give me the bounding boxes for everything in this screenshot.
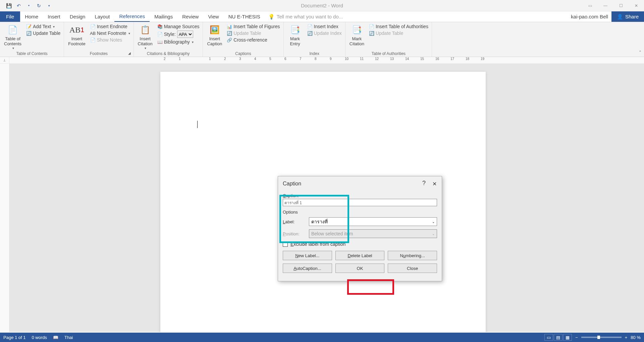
citation-style-row: 📄Style: APA — [156, 30, 201, 38]
share-button[interactable]: 👤 Share — [611, 11, 644, 22]
read-mode-icon[interactable]: ▭ — [544, 334, 553, 341]
zoom-slider[interactable] — [581, 337, 622, 338]
caption-field-label: Caption: — [283, 193, 437, 198]
undo-dropdown-icon[interactable]: ▾ — [25, 2, 33, 9]
ruler-corner[interactable]: ⊥ — [0, 57, 9, 63]
bibliography-button[interactable]: 📖Bibliography▾ — [156, 39, 201, 45]
caption-input[interactable] — [283, 199, 437, 206]
account-name[interactable]: kai-pao.com Bell — [571, 11, 611, 22]
dialog-help-icon[interactable]: ? — [422, 180, 426, 187]
spellcheck-icon[interactable]: 📖 — [53, 335, 58, 340]
update-toc-button[interactable]: 🔄Update Table — [25, 30, 62, 36]
cross-reference-button[interactable]: 🔗Cross-reference — [225, 37, 281, 43]
table-of-contents-button[interactable]: 📄 Table of Contents ▾ — [2, 23, 23, 51]
chevron-down-icon: ▾ — [192, 40, 194, 44]
show-notes-button[interactable]: 📄Show Notes — [89, 37, 131, 43]
insert-citation-button[interactable]: 📋 Insert Citation ▾ — [136, 23, 155, 51]
save-icon[interactable]: 💾 — [5, 2, 12, 9]
horizontal-ruler[interactable]: 2112345678910111213141516171819 — [9, 57, 644, 63]
title-bar: 💾 ↶ ▾ ↻ ▾ Document2 - Word ▭ — ☐ ✕ — [0, 0, 644, 11]
tab-design[interactable]: Design — [65, 11, 90, 22]
update-toa-button[interactable]: 🔄Update Table — [368, 30, 430, 36]
group-table-of-authorities: 📑 Mark Citation 📄Insert Table of Authori… — [345, 22, 432, 57]
ruler-mark: 3 — [239, 57, 254, 61]
redo-icon[interactable]: ↻ — [35, 2, 43, 9]
mark-citation-button[interactable]: 📑 Mark Citation — [347, 23, 366, 51]
delete-label-button[interactable]: Delete Label — [335, 251, 385, 260]
ruler-mark: 17 — [450, 57, 466, 61]
update-icon: 🔄 — [227, 31, 232, 36]
vertical-ruler[interactable] — [0, 64, 9, 332]
style-icon: 📄 — [157, 32, 163, 37]
insert-table-figures-button[interactable]: 📊Insert Table of Figures — [225, 23, 281, 30]
zoom-level[interactable]: 80 % — [631, 335, 641, 340]
tab-nu-ethesis[interactable]: NU E-THESIS — [224, 11, 265, 22]
ok-button[interactable]: OK — [335, 264, 385, 273]
tab-file[interactable]: File — [0, 11, 20, 22]
dialog-close-icon[interactable]: ✕ — [430, 180, 438, 188]
tell-me-search[interactable]: 💡 Tell me what you want to do... — [268, 11, 343, 22]
tab-home[interactable]: Home — [20, 11, 43, 22]
citation-style-select[interactable]: APA — [177, 31, 193, 38]
insert-toa-button[interactable]: 📄Insert Table of Authorities — [368, 23, 430, 30]
new-label-button[interactable]: New Label... — [283, 251, 332, 260]
insert-caption-button[interactable]: 🖼️ Insert Caption — [205, 23, 224, 51]
manage-sources-button[interactable]: 📚Manage Sources — [156, 23, 201, 30]
group-label-footnotes: Footnotes — [66, 51, 131, 57]
document-area: Caption ? ✕ Caption: Options Label: ตารา… — [0, 64, 644, 332]
exclude-label-row[interactable]: Exclude label from caption — [283, 241, 437, 247]
tab-view[interactable]: View — [203, 11, 223, 22]
tab-references[interactable]: References — [114, 11, 150, 22]
autocaption-button[interactable]: AutoCaption... — [283, 264, 332, 273]
ribbon-options-icon[interactable]: ▭ — [582, 1, 598, 11]
chevron-down-icon: ▾ — [53, 25, 55, 28]
zoom-thumb[interactable] — [597, 336, 600, 339]
update-index-button[interactable]: 🔄Update Index — [306, 30, 343, 36]
add-text-button[interactable]: 📝Add Text▾ — [25, 23, 62, 30]
insert-endnote-button[interactable]: 📄Insert Endnote — [89, 23, 131, 30]
window-controls: ▭ — ☐ ✕ — [582, 1, 644, 11]
web-layout-icon[interactable]: ▦ — [563, 334, 572, 341]
close-window-icon[interactable]: ✕ — [629, 1, 644, 11]
crossref-label: Cross-reference — [233, 37, 267, 43]
zoom-in-icon[interactable]: + — [625, 335, 628, 340]
maximize-icon[interactable]: ☐ — [613, 1, 629, 11]
next-footnote-button[interactable]: ABNext Footnote▾ — [89, 30, 131, 36]
tof-label: Insert Table of Figures — [233, 24, 280, 29]
update-captions-button[interactable]: 🔄Update Table — [225, 30, 281, 36]
position-select-value: Below selected item — [311, 231, 353, 236]
close-button[interactable]: Close — [388, 264, 437, 273]
numbering-button[interactable]: Numbering... — [388, 251, 437, 260]
dialog-body: Caption: Options Label: ตารางที่ ⌄ Posit… — [278, 191, 442, 281]
label-select[interactable]: ตารางที่ ⌄ — [309, 217, 437, 226]
tof-icon: 📊 — [227, 24, 232, 29]
status-bar: Page 1 of 1 0 words 📖 Thai ▭ ▤ ▦ − + 80 … — [0, 333, 644, 342]
tab-review[interactable]: Review — [177, 11, 203, 22]
ruler-mark: 2 — [164, 57, 179, 61]
tab-insert[interactable]: Insert — [43, 11, 65, 22]
label-select-value: ตารางที่ — [311, 218, 328, 225]
update-toc-label: Update Table — [33, 31, 60, 36]
page-status[interactable]: Page 1 of 1 — [3, 335, 26, 340]
footnotes-dialog-launcher[interactable]: ◢ — [128, 51, 133, 56]
tab-layout[interactable]: Layout — [90, 11, 114, 22]
tab-mailings[interactable]: Mailings — [150, 11, 177, 22]
exclude-checkbox[interactable] — [283, 242, 288, 247]
mark-entry-button[interactable]: 📑 Mark Entry — [286, 23, 305, 51]
position-select: Below selected item ⌄ — [309, 229, 437, 238]
label-field-label: Label: — [283, 219, 309, 224]
zoom-out-icon[interactable]: − — [575, 335, 578, 340]
qat-customize-icon[interactable]: ▾ — [45, 2, 53, 9]
word-count-status[interactable]: 0 words — [32, 335, 47, 340]
undo-icon[interactable]: ↶ — [15, 2, 22, 9]
dialog-title-bar[interactable]: Caption ? ✕ — [278, 176, 442, 191]
insert-index-button[interactable]: 📄Insert Index — [306, 23, 343, 30]
minimize-icon[interactable]: — — [598, 1, 613, 11]
ruler-mark: 1 — [179, 57, 194, 61]
page-container[interactable]: Caption ? ✕ Caption: Options Label: ตารา… — [9, 64, 644, 332]
insert-footnote-button[interactable]: AB1 Insert Footnote — [66, 23, 87, 51]
print-layout-icon[interactable]: ▤ — [554, 334, 562, 341]
language-status[interactable]: Thai — [64, 335, 73, 340]
collapse-ribbon-icon[interactable]: ˄ — [639, 50, 641, 55]
group-label-toc: Table of Contents — [2, 51, 62, 57]
